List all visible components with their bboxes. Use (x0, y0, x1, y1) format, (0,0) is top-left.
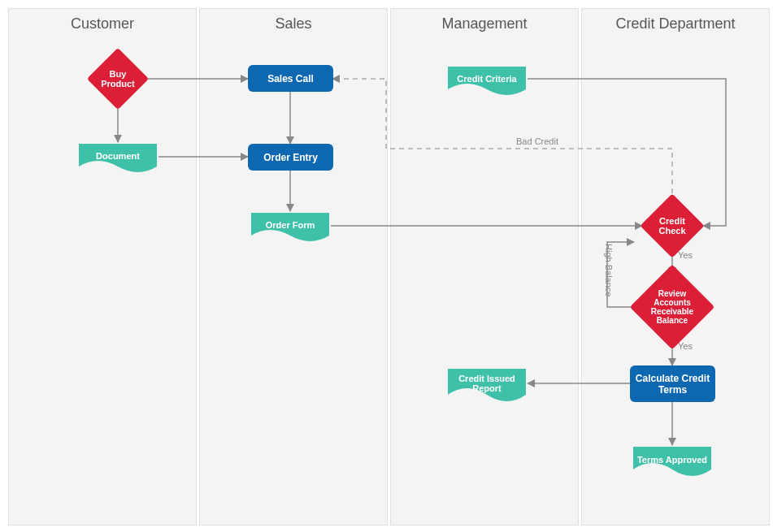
edge-label-high-balance: High Balance (604, 244, 614, 296)
lane-sales-title: Sales (200, 9, 387, 45)
edge-label-yes-2: Yes (678, 341, 689, 351)
edge-label-yes-1: Yes (678, 250, 689, 260)
node-order-form: Order Form (250, 211, 331, 244)
node-sales-call: Sales Call (248, 65, 333, 92)
node-review-ar: Review Accounts Receivable Balance (642, 277, 702, 337)
node-credit-check: Credit Check (649, 203, 695, 249)
node-order-entry: Order Entry (248, 144, 333, 171)
lane-credit-title: Credit Department (582, 9, 769, 45)
node-calculate-terms: Calculate Credit Terms (630, 365, 715, 402)
node-credit-issued-report: Credit Issued Report (446, 367, 528, 404)
lane-customer-title: Customer (9, 9, 196, 45)
node-terms-approved: Terms Approved (632, 445, 713, 479)
node-document: Document (77, 142, 159, 175)
node-buy-product: Buy Product (96, 57, 140, 101)
node-credit-criteria: Credit Criteria (446, 65, 528, 97)
swimlane-diagram: Customer Sales Management Credit Departm… (0, 0, 773, 532)
edge-label-bad-credit: Bad Credit (516, 136, 558, 146)
lane-management-title: Management (391, 9, 578, 45)
